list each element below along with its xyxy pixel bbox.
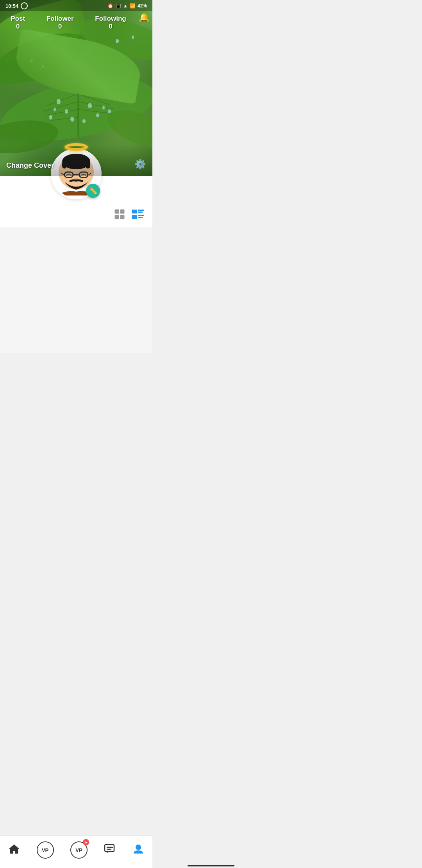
- follower-label: Follower: [46, 15, 74, 23]
- settings-button[interactable]: ⚙️: [134, 159, 146, 170]
- view-toggles: [0, 203, 152, 228]
- vibrate-icon: 📳: [115, 3, 121, 9]
- status-bar: 10:54 ⏰ 📳 ▲ 📶 42%: [0, 0, 152, 11]
- following-value: 0: [95, 23, 126, 30]
- wifi-icon: ▲: [123, 3, 128, 9]
- post-value: 0: [11, 23, 25, 30]
- gear-icon: ⚙️: [134, 159, 146, 169]
- svg-rect-42: [138, 210, 144, 211]
- change-cover-button[interactable]: Change Cover: [6, 161, 54, 170]
- battery-text: 42%: [138, 3, 147, 9]
- signal-icon: 📶: [130, 3, 136, 9]
- grid-view-button[interactable]: [113, 207, 127, 224]
- stats-bar: Post 0 Follower 0 Following 0: [0, 12, 137, 34]
- svg-rect-39: [115, 215, 119, 219]
- post-label: Post: [11, 15, 25, 23]
- circle-icon: [21, 2, 28, 9]
- follower-value: 0: [46, 23, 74, 30]
- stat-following[interactable]: Following 0: [95, 15, 126, 30]
- profile-section: ✏️: [0, 176, 152, 203]
- status-time: 10:54: [5, 3, 18, 9]
- notification-bell-button[interactable]: 🔔: [139, 13, 149, 23]
- pencil-icon: ✏️: [89, 187, 97, 195]
- cover-bottom-bar: Change Cover ⚙️: [0, 145, 152, 176]
- svg-rect-44: [132, 215, 137, 219]
- svg-rect-37: [115, 210, 119, 213]
- svg-point-23: [30, 59, 33, 63]
- status-right: ⏰ 📳 ▲ 📶 42%: [107, 3, 147, 9]
- list-icon: [131, 209, 145, 220]
- stat-follower[interactable]: Follower 0: [46, 15, 74, 30]
- content-area: [0, 228, 152, 353]
- alarm-icon: ⏰: [107, 3, 113, 9]
- bell-icon: 🔔: [139, 13, 149, 22]
- following-label: Following: [95, 15, 126, 23]
- svg-rect-38: [120, 210, 124, 213]
- grid-icon: [114, 209, 125, 220]
- svg-rect-43: [138, 212, 143, 213]
- svg-rect-40: [120, 215, 124, 219]
- stat-post[interactable]: Post 0: [11, 15, 25, 30]
- svg-point-24: [42, 65, 44, 68]
- list-view-button[interactable]: [130, 207, 146, 224]
- cover-image: Post 0 Follower 0 Following 0 🔔 Change C…: [0, 0, 152, 176]
- edit-avatar-button[interactable]: ✏️: [86, 184, 100, 198]
- svg-rect-46: [138, 217, 143, 218]
- svg-rect-41: [132, 210, 137, 213]
- svg-rect-45: [138, 215, 144, 216]
- status-left: 10:54: [5, 2, 28, 9]
